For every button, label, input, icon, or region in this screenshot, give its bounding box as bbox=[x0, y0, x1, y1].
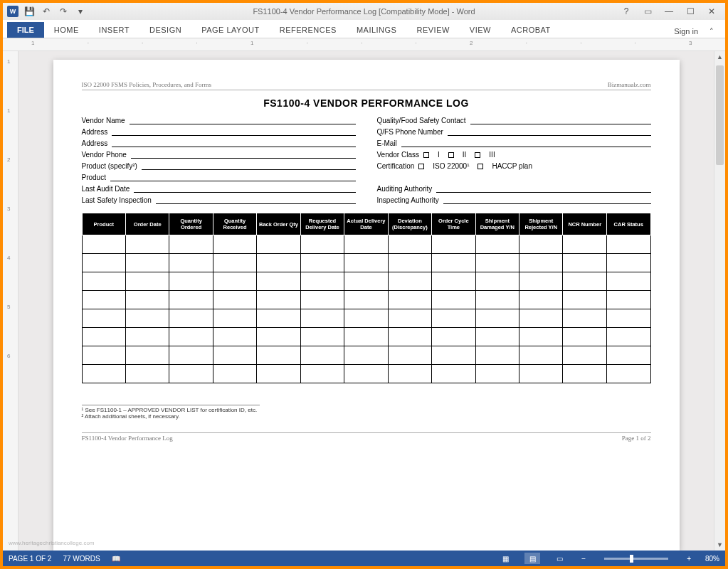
table-cell[interactable] bbox=[475, 309, 519, 328]
table-cell[interactable] bbox=[388, 235, 431, 254]
table-cell[interactable] bbox=[432, 235, 475, 254]
table-cell[interactable] bbox=[257, 365, 300, 383]
tab-review[interactable]: REVIEW bbox=[406, 22, 459, 38]
field-address1[interactable] bbox=[112, 127, 355, 136]
table-cell[interactable] bbox=[563, 346, 606, 365]
table-cell[interactable] bbox=[213, 346, 256, 365]
table-cell[interactable] bbox=[82, 328, 125, 346]
table-cell[interactable] bbox=[344, 272, 388, 291]
checkbox-class-1[interactable] bbox=[423, 152, 429, 158]
table-cell[interactable] bbox=[475, 235, 519, 254]
table-cell[interactable] bbox=[432, 328, 475, 346]
table-cell[interactable] bbox=[563, 235, 606, 254]
table-cell[interactable] bbox=[519, 291, 563, 309]
table-cell[interactable] bbox=[344, 235, 388, 254]
table-cell[interactable] bbox=[213, 254, 256, 272]
checkbox-class-3[interactable] bbox=[475, 152, 480, 158]
table-cell[interactable] bbox=[563, 254, 606, 272]
table-cell[interactable] bbox=[169, 254, 213, 272]
table-row[interactable] bbox=[82, 346, 650, 365]
table-cell[interactable] bbox=[344, 309, 388, 328]
field-auditing-auth[interactable] bbox=[436, 184, 650, 193]
table-cell[interactable] bbox=[300, 346, 344, 365]
table-cell[interactable] bbox=[519, 328, 563, 346]
status-page[interactable]: PAGE 1 OF 2 bbox=[9, 555, 51, 563]
table-cell[interactable] bbox=[519, 365, 563, 383]
field-address2[interactable] bbox=[112, 139, 355, 147]
view-print-icon[interactable]: ▤ bbox=[524, 553, 540, 564]
table-cell[interactable] bbox=[300, 254, 344, 272]
table-cell[interactable] bbox=[125, 328, 169, 346]
table-cell[interactable] bbox=[519, 235, 563, 254]
table-row[interactable] bbox=[82, 235, 650, 254]
table-cell[interactable] bbox=[82, 272, 125, 291]
table-cell[interactable] bbox=[257, 235, 300, 254]
table-cell[interactable] bbox=[300, 309, 344, 328]
ribbon-options-icon[interactable]: ▭ bbox=[638, 5, 657, 18]
field-product[interactable] bbox=[110, 173, 356, 181]
table-cell[interactable] bbox=[257, 309, 300, 328]
zoom-in-button[interactable]: + bbox=[684, 555, 694, 563]
table-cell[interactable] bbox=[388, 291, 431, 309]
table-cell[interactable] bbox=[606, 235, 650, 254]
horizontal-ruler[interactable]: 1 · · · 1 · · · 2 · · · 3 · · · 4 · · · … bbox=[3, 38, 725, 51]
table-cell[interactable] bbox=[606, 291, 650, 309]
document-page[interactable]: ISO 22000 FSMS Policies, Procedures, and… bbox=[53, 60, 680, 551]
table-cell[interactable] bbox=[475, 328, 519, 346]
checkbox-class-2[interactable] bbox=[448, 152, 454, 158]
performance-table[interactable]: ProductOrder DateQuantity OrderedQuantit… bbox=[82, 213, 651, 383]
table-cell[interactable] bbox=[432, 254, 475, 272]
table-cell[interactable] bbox=[563, 291, 606, 309]
table-cell[interactable] bbox=[125, 365, 169, 383]
table-cell[interactable] bbox=[125, 309, 169, 328]
table-cell[interactable] bbox=[169, 365, 213, 383]
table-cell[interactable] bbox=[606, 309, 650, 328]
field-vendor-phone[interactable] bbox=[131, 150, 356, 159]
table-cell[interactable] bbox=[300, 235, 344, 254]
table-cell[interactable] bbox=[606, 346, 650, 365]
table-cell[interactable] bbox=[475, 291, 519, 309]
table-row[interactable] bbox=[82, 328, 650, 346]
table-cell[interactable] bbox=[519, 309, 563, 328]
zoom-slider[interactable] bbox=[604, 558, 668, 560]
zoom-out-button[interactable]: − bbox=[579, 555, 589, 563]
tab-home[interactable]: HOME bbox=[44, 22, 89, 38]
field-last-audit[interactable] bbox=[134, 184, 355, 193]
table-cell[interactable] bbox=[169, 328, 213, 346]
vertical-scrollbar[interactable]: ▲ ▼ bbox=[714, 51, 725, 551]
table-row[interactable] bbox=[82, 254, 650, 272]
table-cell[interactable] bbox=[606, 328, 650, 346]
table-row[interactable] bbox=[82, 291, 650, 309]
vertical-ruler[interactable]: 1123456 bbox=[3, 51, 19, 551]
tab-file[interactable]: FILE bbox=[7, 22, 44, 38]
table-cell[interactable] bbox=[125, 254, 169, 272]
table-cell[interactable] bbox=[125, 291, 169, 309]
help-icon[interactable]: ? bbox=[617, 5, 635, 18]
table-cell[interactable] bbox=[213, 328, 256, 346]
save-icon[interactable]: 💾 bbox=[23, 5, 36, 18]
table-cell[interactable] bbox=[125, 235, 169, 254]
scroll-down-icon[interactable]: ▼ bbox=[714, 539, 725, 551]
status-proofing-icon[interactable]: 📖 bbox=[112, 555, 120, 563]
table-cell[interactable] bbox=[519, 272, 563, 291]
table-cell[interactable] bbox=[213, 291, 256, 309]
checkbox-iso22000[interactable] bbox=[418, 164, 424, 169]
table-cell[interactable] bbox=[300, 291, 344, 309]
table-cell[interactable] bbox=[82, 309, 125, 328]
table-cell[interactable] bbox=[169, 235, 213, 254]
table-cell[interactable] bbox=[82, 365, 125, 383]
field-inspecting-auth[interactable] bbox=[443, 196, 651, 204]
table-cell[interactable] bbox=[169, 346, 213, 365]
table-cell[interactable] bbox=[213, 365, 256, 383]
table-cell[interactable] bbox=[388, 272, 431, 291]
table-cell[interactable] bbox=[388, 254, 431, 272]
field-vendor-name[interactable] bbox=[130, 116, 356, 124]
table-cell[interactable] bbox=[169, 309, 213, 328]
table-cell[interactable] bbox=[213, 235, 256, 254]
table-cell[interactable] bbox=[606, 254, 650, 272]
table-cell[interactable] bbox=[169, 291, 213, 309]
word-app-icon[interactable]: W bbox=[7, 6, 19, 17]
scrollbar-thumb[interactable] bbox=[716, 65, 724, 165]
table-cell[interactable] bbox=[563, 309, 606, 328]
table-cell[interactable] bbox=[475, 272, 519, 291]
